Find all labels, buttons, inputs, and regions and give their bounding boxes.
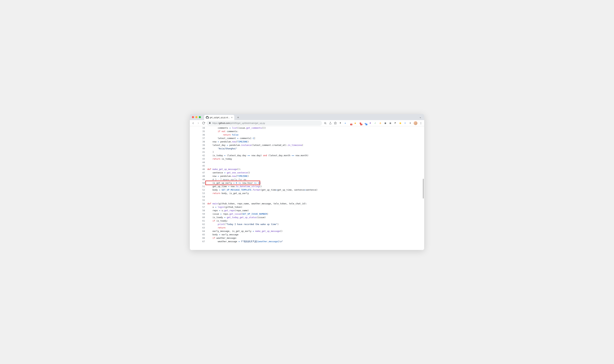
code-line[interactable]: print("Today I have recorded the wake up…: [208, 223, 406, 226]
code-line[interactable]: body = GET_UP_MESSAGE_TEMPLATE.format(ge…: [208, 188, 406, 192]
code-line[interactable]: body = early_message: [208, 233, 406, 236]
line-number[interactable]: 66: [200, 236, 208, 240]
line-number[interactable]: 42: [200, 154, 208, 157]
code-line[interactable]: now = pendulum.now(TIMEZONE): [208, 140, 406, 143]
line-number[interactable]: 46: [200, 168, 208, 171]
line-number[interactable]: 55: [200, 198, 208, 202]
code-line[interactable]: return False: [208, 133, 406, 137]
line-number[interactable]: 56: [200, 202, 208, 205]
line-number[interactable]: 51: [200, 185, 208, 188]
line-number[interactable]: 45: [200, 164, 208, 168]
code-line[interactable]: comments = list(issue.get_comments()): [208, 126, 406, 130]
line-number[interactable]: 47: [200, 171, 208, 174]
ext-orange-cat[interactable]: ◔: [379, 122, 382, 125]
ext-p-box[interactable]: P: [394, 122, 397, 125]
forward-button[interactable]: [197, 122, 200, 125]
tab-dropdown-icon[interactable]: [418, 116, 423, 120]
code-line[interactable]: return body, is_get_up_early: [208, 192, 406, 195]
code-line[interactable]: [208, 161, 406, 164]
menu-icon[interactable]: [419, 122, 422, 125]
line-number[interactable]: 60: [200, 216, 208, 219]
line-number[interactable]: 37: [200, 137, 208, 140]
ext-grid[interactable]: ▦: [384, 122, 387, 125]
code-line[interactable]: [208, 198, 406, 202]
ext-green-check[interactable]: ✓: [374, 122, 377, 125]
code-line[interactable]: is_today = (latest_day.day == now.day) a…: [208, 154, 406, 157]
code-line[interactable]: [208, 164, 406, 168]
profile-avatar[interactable]: [414, 121, 418, 125]
code-line[interactable]: return is_today: [208, 157, 406, 161]
code-line[interactable]: u = login(github_token): [208, 205, 406, 209]
code-line[interactable]: weather_message = f"现在的天气是{weather_messa…: [208, 240, 406, 243]
line-number[interactable]: 59: [200, 212, 208, 216]
line-number[interactable]: 44: [200, 161, 208, 164]
line-number[interactable]: 49: [200, 178, 208, 181]
line-number[interactable]: 43: [200, 157, 208, 161]
ext-black-dots[interactable]: ⠿: [339, 122, 342, 125]
line-number[interactable]: 48: [200, 174, 208, 178]
zoom-icon[interactable]: [324, 122, 327, 125]
window-minimize[interactable]: [195, 116, 197, 118]
browser-tab[interactable]: get_up/get_up.py at main · ph… ×: [204, 115, 234, 120]
code-line[interactable]: ): [208, 150, 406, 154]
line-number[interactable]: 36: [200, 133, 208, 137]
line-number[interactable]: 62: [200, 223, 208, 226]
code-line[interactable]: early_message, is_get_up_early = make_ge…: [208, 230, 406, 233]
line-number[interactable]: 40: [200, 147, 208, 150]
code-line[interactable]: if is_toady:: [208, 219, 406, 223]
line-number[interactable]: 63: [200, 226, 208, 230]
code-line[interactable]: issue = repo.get_issue(GET_UP_ISSUE_NUMB…: [208, 212, 406, 216]
line-number[interactable]: 38: [200, 140, 208, 143]
line-number[interactable]: 35: [200, 130, 208, 133]
url-field[interactable]: https://github.com/phh95/get_up/blob/mai…: [207, 121, 322, 126]
ext-red-box[interactable]: ▣37: [359, 122, 362, 125]
line-number[interactable]: 50: [200, 181, 208, 185]
code-line[interactable]: get_up_time = now.to_datetime_string(): [208, 185, 406, 188]
new-tab-button[interactable]: +: [236, 115, 240, 120]
line-number[interactable]: 65: [200, 233, 208, 236]
share-icon[interactable]: [329, 122, 332, 125]
line-number[interactable]: 54: [200, 195, 208, 198]
window-close[interactable]: [192, 116, 194, 118]
ext-puzzle[interactable]: ✦: [409, 122, 412, 125]
ext-translate[interactable]: ☁0: [364, 122, 367, 125]
ext-puzzle-multi[interactable]: ⊞15: [349, 122, 352, 125]
window-maximize[interactable]: [199, 116, 201, 118]
line-number[interactable]: 58: [200, 209, 208, 212]
code-line[interactable]: repo = u.get_repo(repo_name): [208, 209, 406, 212]
ext-yellow[interactable]: ◆: [354, 122, 357, 125]
code-line[interactable]: "Asia/Shanghai": [208, 147, 406, 150]
reload-button[interactable]: [202, 122, 205, 125]
line-number[interactable]: 64: [200, 230, 208, 233]
line-number[interactable]: 39: [200, 143, 208, 147]
code-line[interactable]: sentence = get_one_sentence(): [208, 171, 406, 174]
ext-blue-circle[interactable]: ●: [344, 122, 347, 125]
code-line[interactable]: return: [208, 226, 406, 230]
line-number[interactable]: 61: [200, 219, 208, 223]
scrollbar-thumb[interactable]: [423, 179, 424, 198]
ext-scissors[interactable]: ✂: [404, 122, 407, 125]
code-view[interactable]: 34 comments = list(issue.get_comments())…: [190, 126, 424, 250]
tab-close-icon[interactable]: ×: [231, 116, 233, 119]
back-button[interactable]: [192, 122, 195, 125]
ext-colored-square[interactable]: ▧: [399, 122, 402, 125]
line-number[interactable]: 52: [200, 188, 208, 192]
line-number[interactable]: 53: [200, 192, 208, 195]
code-line[interactable]: def make_get_up_message():: [208, 168, 406, 171]
code-line[interactable]: [208, 195, 406, 198]
code-line[interactable]: if weather_message:: [208, 236, 406, 240]
line-number[interactable]: 34: [200, 126, 208, 130]
ext-calendar[interactable]: ▤: [389, 122, 392, 125]
ext-purple-a[interactable]: A: [369, 122, 372, 125]
line-number[interactable]: 57: [200, 205, 208, 209]
code-line[interactable]: if not comments:: [208, 130, 406, 133]
code-line[interactable]: latest_comment = comments[-1]: [208, 137, 406, 140]
code-line[interactable]: now = pendulum.now(TIMEZONE): [208, 174, 406, 178]
code-line[interactable]: latest_day = pendulum.instance(latest_co…: [208, 143, 406, 147]
code-line[interactable]: is_get_up_early = 6 <= now.hour <= 18: [208, 181, 406, 185]
line-number[interactable]: 41: [200, 150, 208, 154]
line-number[interactable]: 67: [200, 240, 208, 243]
code-line[interactable]: def main(github_token, repo_name, weathe…: [208, 202, 406, 205]
star-icon[interactable]: [334, 122, 337, 125]
code-line[interactable]: is_toady = get_today_get_up_status(issue…: [208, 216, 406, 219]
